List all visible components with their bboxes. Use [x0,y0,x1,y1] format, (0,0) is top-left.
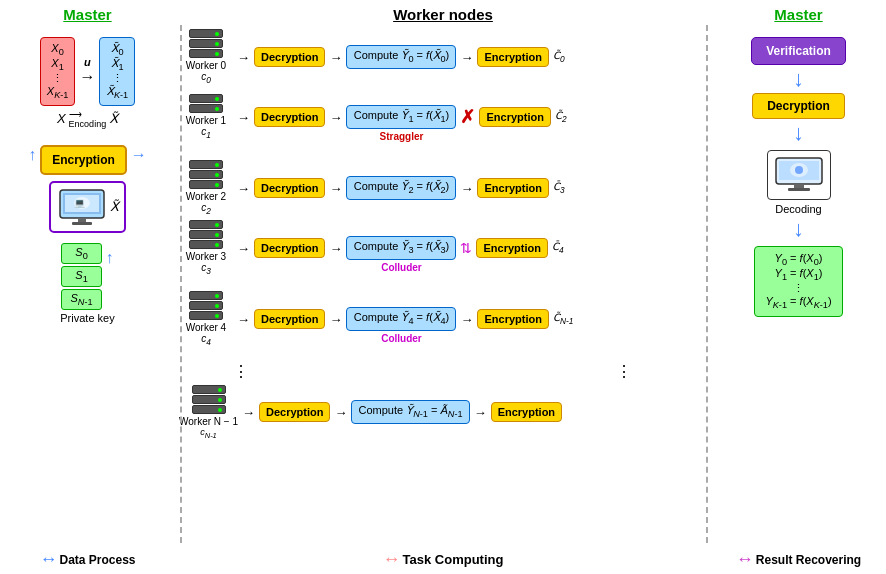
arrow-nc: → [474,405,487,420]
bottom-labels: ↔ Data Process ↔ Task Computing ↔ Result… [0,545,886,574]
decoding-label: Decoding [775,203,821,215]
arrow-2a: → [237,181,250,196]
worker-row-2: Worker 2 c2 → Decryption → Compute Ỹ2 = … [179,161,707,215]
server-unit-4b [189,301,223,310]
arrow-left-task: ↔ [383,549,401,570]
red-x-icon: ✗ [460,106,475,128]
matrix-x1: X1 [51,57,63,72]
colluder-arrows-icon: ⇅ [460,240,472,256]
result-row-k: YK-1 = f(XK-1) [765,295,831,310]
arrow-3a: → [237,241,250,256]
sn-box: SN-1 [61,289,101,310]
server-stack-4 [189,291,223,320]
arrow-nb: → [334,405,347,420]
server-unit-nc [192,405,226,414]
u-label: u [84,56,91,68]
ctilde-2: C̄3 [553,181,565,195]
dec-box-1: Decryption [254,107,325,127]
xtilde-label: X̃ [109,111,118,126]
worker1-label: Worker 1 [186,115,226,126]
c2-label: c2 [201,202,211,216]
svg-rect-9 [794,184,804,188]
straggler-label: Straggler [380,131,424,142]
x-label: X [57,111,66,126]
dec-box-4: Decryption [254,309,325,329]
cbar4-label: C̄4 [552,241,564,255]
server-unit-1a [189,94,223,103]
server-stack-3 [189,220,223,249]
workerN-label: Worker N − 1 [179,416,238,427]
ctilde-3: C̄4 [552,241,564,255]
c1-label: c1 [201,126,211,140]
enc-box-n: Encryption [491,402,562,422]
divider-left [180,25,182,543]
arrow-1a: → [237,110,250,125]
bottom-result-recovering: ↔ Result Recovering [711,549,886,570]
down-arrow-3: ↓ [793,218,804,240]
ctilde-1: C̃2 [555,110,567,124]
arrow-1b: → [329,110,342,125]
server-unit-na [192,385,226,394]
encoding-row: X ⟶Encoding X̃ [57,109,118,129]
data-process-label: Data Process [59,553,135,567]
ctildeN-label: C̃N-1 [553,312,573,326]
dec-box-3: Decryption [254,238,325,258]
worker0-label: Worker 0 [186,60,226,71]
workerN-server: Worker N − 1 cN-1 [179,385,238,440]
colluder4-label: Colluder [381,333,422,344]
svg-rect-3 [72,222,92,225]
server-unit-3a [189,220,223,229]
computer-svg-right [773,156,825,192]
bottom-task-computing: ↔ Task Computing [175,549,711,570]
server-unit-2b [189,170,223,179]
encryption-section: ↑ Encryption → [28,135,147,175]
verification-box: Verification [751,37,846,65]
main-content: X0 X1 ⋮ XK-1 u → X̃0 X̃1 ⋮ X̃K-1 X [0,25,886,543]
ctilde-4: C̃N-1 [553,312,573,326]
server-unit-0a [189,29,223,38]
server-unit-nb [192,395,226,404]
ctilde0-label: C̃0 [553,50,565,64]
colluder3-label: Colluder [381,262,422,273]
task-computing-label: Task Computing [403,552,504,567]
down-arrow-2: ↓ [793,122,804,144]
worker1-server: Worker 1 c1 [179,94,233,140]
private-key-section: S0 S1 SN-1 [61,243,101,311]
arrow-0c: → [460,50,473,65]
dots-row: ⋮ ⋮ [179,361,707,381]
matrix-tdots: ⋮ [112,72,123,85]
server-unit-2a [189,160,223,169]
u-arrow: u → [79,56,95,86]
compute-box-n: Compute ỸN-1 = ÃN-1 [351,400,469,423]
server-unit-4c [189,311,223,320]
ctilde-0: C̃0 [553,50,565,64]
server-unit-2c [189,180,223,189]
arrow-2b: → [329,181,342,196]
xtilde-computer-label: X̃ [110,199,119,214]
matrix-section: X0 X1 ⋮ XK-1 u → X̃0 X̃1 ⋮ X̃K-1 [40,37,135,106]
header-master-left: Master [0,6,175,23]
svg-rect-10 [788,188,810,191]
arrow-0b: → [329,50,342,65]
worker2-label: Worker 2 [186,191,226,202]
up-arrow: ↑ [28,146,36,164]
cbar3-label: C̄3 [553,181,565,195]
enc-box-2: Encryption [477,178,548,198]
arrow-4a: → [237,312,250,327]
right-panel: Verification ↓ Decryption ↓ Decoding ↓ [711,25,886,543]
enc-box-3: Encryption [476,238,547,258]
result-dots: ⋮ [765,282,831,295]
matrix-xt0: X̃0 [111,42,124,57]
section-headers: Master Worker nodes Master [0,0,886,25]
computer-box-left: 💻 X̃ [49,181,126,233]
enc-box-1: Encryption [479,107,550,127]
compute-straggler: Compute Ỹ1 = f(X̃1) Straggler [346,105,456,128]
up-arrow-key: ↑ [106,249,114,267]
result-box: Y0 = f(X0) Y1 = f(X1) ⋮ YK-1 = f(XK-1) [754,246,842,317]
worker4-server: Worker 4 c4 [179,291,233,347]
arrow-0a: → [237,50,250,65]
down-arrow-1: ↓ [793,68,804,90]
svg-text:💻: 💻 [74,197,86,209]
matrix-xtilde-box: X̃0 X̃1 ⋮ X̃K-1 [99,37,135,106]
computer-svg-left: 💻 [56,188,108,226]
